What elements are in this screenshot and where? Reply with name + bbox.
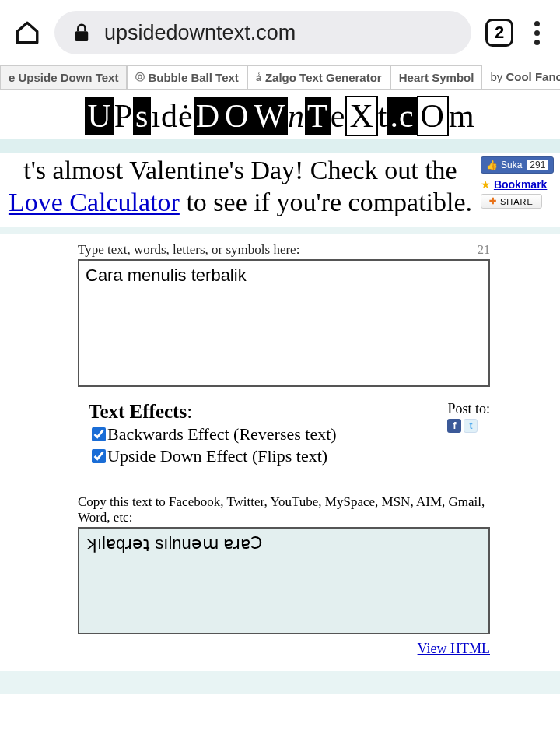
thumbs-up-icon: 👍 xyxy=(486,160,498,170)
input-textarea[interactable] xyxy=(78,259,490,387)
bookmark-row: ★ Bookmark xyxy=(481,178,560,191)
side-column: 👍 Suka 291 ★ Bookmark ✚ SHARE xyxy=(481,153,560,227)
output-label: Copy this text to Facebook, Twitter, You… xyxy=(78,494,490,525)
url-text: upsidedowntext.com xyxy=(104,21,296,45)
circle-icon: ⓞ xyxy=(135,71,145,84)
char-counter: 21 xyxy=(478,243,490,257)
home-icon[interactable] xyxy=(14,19,40,46)
facebook-icon[interactable]: f xyxy=(447,419,461,433)
backwards-label[interactable]: Backwards Effect (Reverses text) xyxy=(107,424,337,445)
decorative-band xyxy=(0,139,560,153)
share-button[interactable]: ✚ SHARE xyxy=(481,194,542,209)
input-label: Type text, words, letters, or symbols he… xyxy=(78,242,299,258)
promo-banner: t's almost Valentine's Day! Check out th… xyxy=(0,153,481,227)
site-logo[interactable]: UPsıdėDOWnTeXt.cOm xyxy=(0,90,560,139)
main-content: Type text, words, letters, or symbols he… xyxy=(0,234,560,665)
zalgo-icon: a̾ xyxy=(256,72,262,83)
tab-zalgo[interactable]: a̾Zalgo Text Generator xyxy=(247,65,390,89)
plus-icon: ✚ xyxy=(489,196,497,206)
byline-link[interactable]: Cool Fancy Text Generator xyxy=(506,70,560,83)
byline: by Cool Fancy Text Generator xyxy=(482,65,560,89)
menu-icon[interactable] xyxy=(527,21,546,45)
decorative-band xyxy=(0,227,560,234)
post-to-label: Post to: xyxy=(447,401,490,417)
svg-rect-0 xyxy=(75,31,89,41)
view-html-link[interactable]: View HTML xyxy=(418,641,490,656)
like-count: 291 xyxy=(527,160,548,170)
facebook-like-button[interactable]: 👍 Suka 291 xyxy=(481,156,554,174)
browser-chrome: upsidedowntext.com 2 xyxy=(0,0,560,65)
love-calculator-link[interactable]: Love Calculator xyxy=(9,188,180,216)
upside-down-label[interactable]: Upside Down Effect (Flips text) xyxy=(107,446,327,466)
bookmark-link[interactable]: Bookmark xyxy=(494,178,547,191)
upside-down-checkbox[interactable] xyxy=(92,449,106,463)
tab-bubble-ball[interactable]: ⓞBubble Ball Text xyxy=(127,65,247,89)
lock-icon xyxy=(73,23,90,43)
url-bar[interactable]: upsidedowntext.com xyxy=(54,11,471,54)
tab-count-button[interactable]: 2 xyxy=(485,19,513,47)
tab-upside-down[interactable]: e Upside Down Text xyxy=(0,65,127,89)
twitter-icon[interactable]: t xyxy=(464,419,478,433)
backwards-checkbox[interactable] xyxy=(92,427,106,441)
tab-heart-symbol[interactable]: Heart Symbol xyxy=(390,65,483,89)
tab-count-value: 2 xyxy=(495,23,504,43)
nav-tabs: e Upside Down Text ⓞBubble Ball Text a̾Z… xyxy=(0,65,560,90)
decorative-band xyxy=(0,671,560,694)
effects-heading: Text Effects xyxy=(89,401,187,422)
output-textarea[interactable] xyxy=(78,527,490,634)
star-icon: ★ xyxy=(481,178,491,191)
